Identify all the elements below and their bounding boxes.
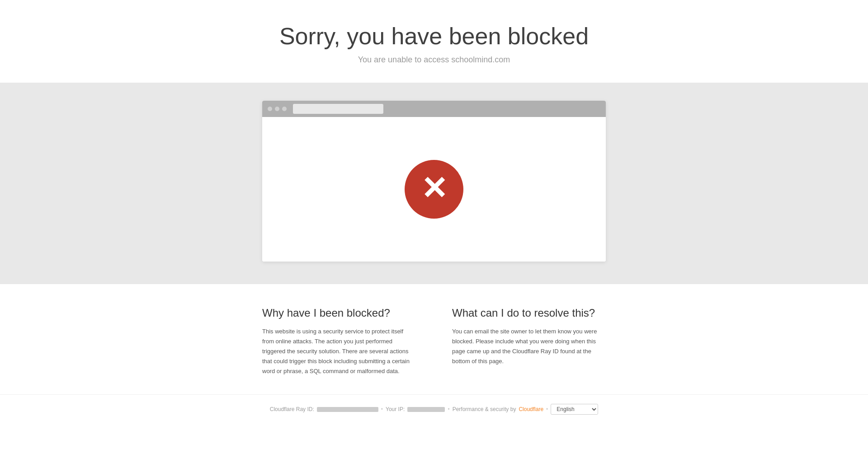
cloudflare-link[interactable]: Cloudflare: [519, 406, 543, 412]
resolve-text: You can email the site owner to let them…: [452, 327, 606, 366]
separator-2: •: [448, 406, 449, 412]
browser-dot-1: [268, 107, 272, 111]
info-section: Why have I been blocked? This website is…: [0, 284, 868, 394]
separator-1: •: [381, 406, 383, 412]
error-circle: ✕: [405, 160, 463, 219]
resolve-title: What can I do to resolve this?: [452, 307, 606, 319]
ip-value: ███ ███ ███: [407, 407, 445, 412]
footer-inner: Cloudflare Ray ID: ████████████████ • Yo…: [9, 404, 859, 415]
browser-content: ✕: [262, 117, 606, 262]
blocked-reason-title: Why have I been blocked?: [262, 307, 416, 319]
browser-dot-2: [275, 107, 279, 111]
footer: Cloudflare Ray ID: ████████████████ • Yo…: [0, 394, 868, 424]
ray-id-label: Cloudflare Ray ID:: [270, 406, 314, 412]
blocked-reason-column: Why have I been blocked? This website is…: [262, 307, 416, 376]
blocked-reason-text: This website is using a security service…: [262, 327, 416, 376]
browser-address-bar: [293, 104, 383, 114]
browser-illustration: ✕: [0, 83, 868, 284]
header: Sorry, you have been blocked You are una…: [0, 0, 868, 83]
browser-window: ✕: [262, 101, 606, 262]
browser-dot-3: [282, 107, 287, 111]
sub-title: You are unable to access schoolmind.com: [9, 55, 859, 65]
separator-3: •: [546, 406, 548, 412]
ip-label: Your IP:: [386, 406, 405, 412]
browser-toolbar: [262, 101, 606, 117]
perf-label: Performance & security by: [453, 406, 516, 412]
language-select[interactable]: EnglishDeutschEspañolFrançaisItaliano日本語…: [551, 404, 598, 415]
main-title: Sorry, you have been blocked: [9, 23, 859, 50]
resolve-column: What can I do to resolve this? You can e…: [452, 307, 606, 376]
ray-id-value: ████████████████: [317, 407, 378, 412]
error-x-icon: ✕: [421, 173, 448, 204]
